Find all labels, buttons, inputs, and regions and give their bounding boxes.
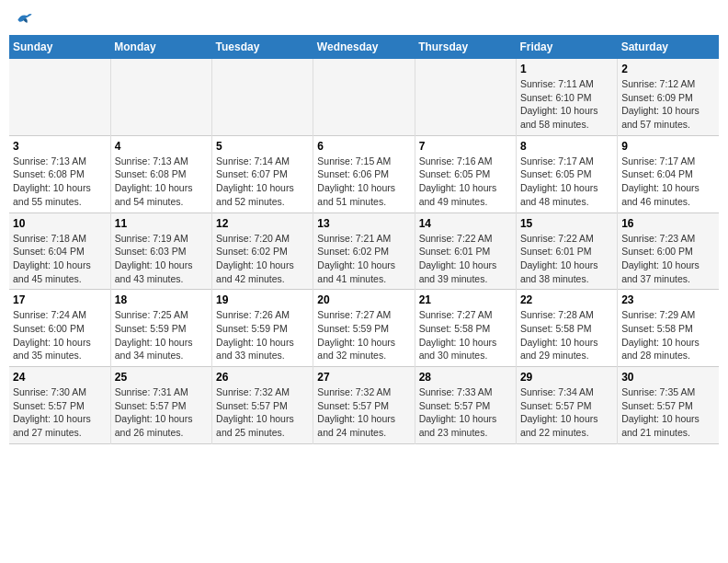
calendar-cell: 24Sunrise: 7:30 AM Sunset: 5:57 PM Dayli… xyxy=(9,367,110,444)
day-number: 25 xyxy=(115,371,208,384)
calendar-header-row: SundayMondayTuesdayWednesdayThursdayFrid… xyxy=(9,35,719,59)
calendar-cell: 27Sunrise: 7:32 AM Sunset: 5:57 PM Dayli… xyxy=(313,367,415,444)
calendar-cell: 7Sunrise: 7:16 AM Sunset: 6:05 PM Daylig… xyxy=(415,135,516,213)
day-number: 12 xyxy=(216,217,309,230)
day-info: Sunrise: 7:25 AM Sunset: 5:59 PM Dayligh… xyxy=(115,308,208,362)
calendar-cell xyxy=(415,59,516,135)
calendar-cell: 25Sunrise: 7:31 AM Sunset: 5:57 PM Dayli… xyxy=(110,367,211,444)
day-info: Sunrise: 7:15 AM Sunset: 6:06 PM Dayligh… xyxy=(317,155,410,209)
day-info: Sunrise: 7:17 AM Sunset: 6:04 PM Dayligh… xyxy=(621,155,715,209)
calendar-cell: 18Sunrise: 7:25 AM Sunset: 5:59 PM Dayli… xyxy=(110,290,211,367)
day-info: Sunrise: 7:26 AM Sunset: 5:59 PM Dayligh… xyxy=(216,308,309,362)
day-number: 7 xyxy=(419,140,512,153)
calendar-cell: 14Sunrise: 7:22 AM Sunset: 6:01 PM Dayli… xyxy=(415,213,516,290)
calendar-cell: 20Sunrise: 7:27 AM Sunset: 5:59 PM Dayli… xyxy=(313,290,415,367)
calendar-cell: 9Sunrise: 7:17 AM Sunset: 6:04 PM Daylig… xyxy=(618,135,719,213)
day-info: Sunrise: 7:28 AM Sunset: 5:58 PM Dayligh… xyxy=(520,308,613,362)
day-number: 18 xyxy=(115,293,208,306)
calendar-cell: 17Sunrise: 7:24 AM Sunset: 6:00 PM Dayli… xyxy=(9,290,110,367)
day-number: 8 xyxy=(520,140,613,153)
day-info: Sunrise: 7:17 AM Sunset: 6:05 PM Dayligh… xyxy=(520,155,613,209)
calendar-cell xyxy=(313,59,415,135)
day-info: Sunrise: 7:31 AM Sunset: 5:57 PM Dayligh… xyxy=(115,385,208,440)
calendar-cell: 1Sunrise: 7:11 AM Sunset: 6:10 PM Daylig… xyxy=(516,59,617,135)
calendar-cell: 19Sunrise: 7:26 AM Sunset: 5:59 PM Dayli… xyxy=(212,290,313,367)
calendar-cell: 16Sunrise: 7:23 AM Sunset: 6:00 PM Dayli… xyxy=(618,213,719,290)
calendar-cell xyxy=(212,59,313,135)
logo xyxy=(13,9,33,28)
logo-bird-icon xyxy=(15,9,33,28)
calendar-cell: 8Sunrise: 7:17 AM Sunset: 6:05 PM Daylig… xyxy=(516,135,617,213)
day-number: 21 xyxy=(419,293,512,306)
column-header-sunday: Sunday xyxy=(9,35,110,59)
calendar-cell: 10Sunrise: 7:18 AM Sunset: 6:04 PM Dayli… xyxy=(9,213,110,290)
calendar-cell: 5Sunrise: 7:14 AM Sunset: 6:07 PM Daylig… xyxy=(212,135,313,213)
day-number: 10 xyxy=(13,217,107,230)
day-info: Sunrise: 7:14 AM Sunset: 6:07 PM Dayligh… xyxy=(216,155,309,209)
day-number: 11 xyxy=(115,217,208,230)
calendar-week-row: 1Sunrise: 7:11 AM Sunset: 6:10 PM Daylig… xyxy=(9,59,719,135)
day-number: 24 xyxy=(13,371,107,384)
calendar-cell: 30Sunrise: 7:35 AM Sunset: 5:57 PM Dayli… xyxy=(618,367,719,444)
calendar-cell: 15Sunrise: 7:22 AM Sunset: 6:01 PM Dayli… xyxy=(516,213,617,290)
column-header-saturday: Saturday xyxy=(618,35,719,59)
column-header-wednesday: Wednesday xyxy=(313,35,415,59)
day-number: 27 xyxy=(317,371,410,384)
calendar-cell: 26Sunrise: 7:32 AM Sunset: 5:57 PM Dayli… xyxy=(212,367,313,444)
calendar-cell xyxy=(9,59,110,135)
calendar-cell: 12Sunrise: 7:20 AM Sunset: 6:02 PM Dayli… xyxy=(212,213,313,290)
calendar-cell: 4Sunrise: 7:13 AM Sunset: 6:08 PM Daylig… xyxy=(110,135,211,213)
calendar-cell: 3Sunrise: 7:13 AM Sunset: 6:08 PM Daylig… xyxy=(9,135,110,213)
day-number: 30 xyxy=(621,371,715,384)
calendar-cell: 2Sunrise: 7:12 AM Sunset: 6:09 PM Daylig… xyxy=(618,59,719,135)
day-number: 23 xyxy=(621,293,715,306)
day-number: 14 xyxy=(419,217,512,230)
day-info: Sunrise: 7:27 AM Sunset: 5:59 PM Dayligh… xyxy=(317,308,410,362)
column-header-thursday: Thursday xyxy=(415,35,516,59)
column-header-friday: Friday xyxy=(516,35,617,59)
day-number: 20 xyxy=(317,293,410,306)
day-number: 3 xyxy=(13,140,107,153)
calendar-cell: 29Sunrise: 7:34 AM Sunset: 5:57 PM Dayli… xyxy=(516,367,617,444)
day-number: 4 xyxy=(115,140,208,153)
day-info: Sunrise: 7:19 AM Sunset: 6:03 PM Dayligh… xyxy=(115,232,208,286)
day-info: Sunrise: 7:32 AM Sunset: 5:57 PM Dayligh… xyxy=(216,385,309,440)
day-number: 9 xyxy=(621,140,715,153)
day-number: 5 xyxy=(216,140,309,153)
day-number: 17 xyxy=(13,293,107,306)
calendar-cell: 13Sunrise: 7:21 AM Sunset: 6:02 PM Dayli… xyxy=(313,213,415,290)
column-header-tuesday: Tuesday xyxy=(212,35,313,59)
day-number: 19 xyxy=(216,293,309,306)
calendar-week-row: 17Sunrise: 7:24 AM Sunset: 6:00 PM Dayli… xyxy=(9,290,719,367)
day-info: Sunrise: 7:22 AM Sunset: 6:01 PM Dayligh… xyxy=(520,232,613,286)
calendar-cell: 22Sunrise: 7:28 AM Sunset: 5:58 PM Dayli… xyxy=(516,290,617,367)
calendar-cell: 21Sunrise: 7:27 AM Sunset: 5:58 PM Dayli… xyxy=(415,290,516,367)
day-info: Sunrise: 7:32 AM Sunset: 5:57 PM Dayligh… xyxy=(317,385,410,440)
calendar-week-row: 10Sunrise: 7:18 AM Sunset: 6:04 PM Dayli… xyxy=(9,213,719,290)
calendar-cell xyxy=(110,59,211,135)
day-info: Sunrise: 7:12 AM Sunset: 6:09 PM Dayligh… xyxy=(621,77,715,132)
column-header-monday: Monday xyxy=(110,35,211,59)
day-info: Sunrise: 7:21 AM Sunset: 6:02 PM Dayligh… xyxy=(317,232,410,286)
calendar-cell: 28Sunrise: 7:33 AM Sunset: 5:57 PM Dayli… xyxy=(415,367,516,444)
day-info: Sunrise: 7:23 AM Sunset: 6:00 PM Dayligh… xyxy=(621,232,715,286)
day-info: Sunrise: 7:27 AM Sunset: 5:58 PM Dayligh… xyxy=(419,308,512,362)
day-info: Sunrise: 7:35 AM Sunset: 5:57 PM Dayligh… xyxy=(621,385,715,440)
day-info: Sunrise: 7:24 AM Sunset: 6:00 PM Dayligh… xyxy=(13,308,107,362)
calendar-cell: 11Sunrise: 7:19 AM Sunset: 6:03 PM Dayli… xyxy=(110,213,211,290)
day-number: 16 xyxy=(621,217,715,230)
day-number: 6 xyxy=(317,140,410,153)
day-number: 22 xyxy=(520,293,613,306)
day-number: 29 xyxy=(520,371,613,384)
day-number: 28 xyxy=(419,371,512,384)
calendar-week-row: 3Sunrise: 7:13 AM Sunset: 6:08 PM Daylig… xyxy=(9,135,719,213)
day-info: Sunrise: 7:34 AM Sunset: 5:57 PM Dayligh… xyxy=(520,385,613,440)
day-info: Sunrise: 7:18 AM Sunset: 6:04 PM Dayligh… xyxy=(13,232,107,286)
calendar-week-row: 24Sunrise: 7:30 AM Sunset: 5:57 PM Dayli… xyxy=(9,367,719,444)
calendar-cell: 6Sunrise: 7:15 AM Sunset: 6:06 PM Daylig… xyxy=(313,135,415,213)
day-info: Sunrise: 7:13 AM Sunset: 6:08 PM Dayligh… xyxy=(115,155,208,209)
day-number: 1 xyxy=(520,63,613,75)
day-info: Sunrise: 7:13 AM Sunset: 6:08 PM Dayligh… xyxy=(13,155,107,209)
day-number: 15 xyxy=(520,217,613,230)
day-info: Sunrise: 7:33 AM Sunset: 5:57 PM Dayligh… xyxy=(419,385,512,440)
